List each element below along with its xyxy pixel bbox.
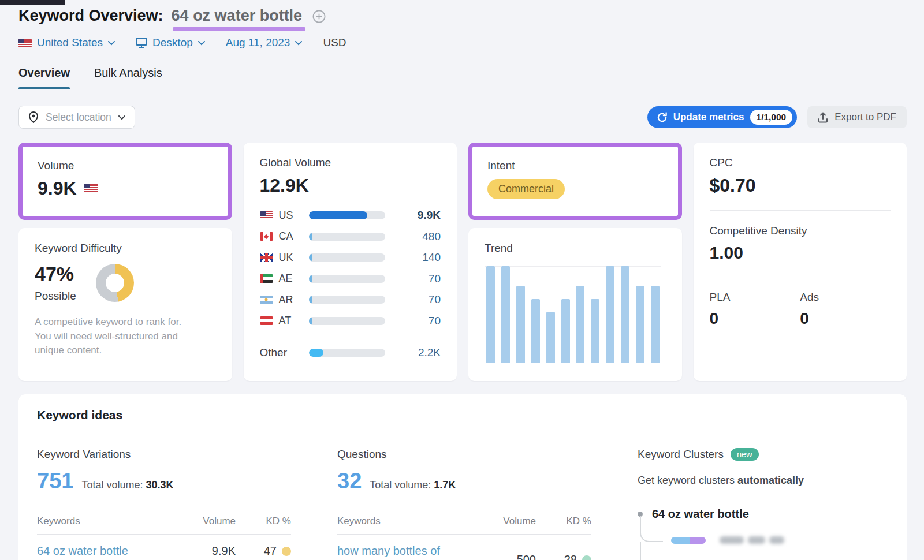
location-pin-icon	[28, 111, 39, 123]
plus-circle-icon	[312, 10, 326, 23]
export-pdf-label: Export to PDF	[834, 111, 896, 123]
us-flag-icon	[84, 184, 98, 193]
kd-green-dot	[582, 555, 591, 560]
ar-flag-icon	[260, 296, 273, 304]
volume-bar-fill	[309, 317, 312, 325]
date-label: Aug 11, 2023	[226, 36, 290, 49]
pla-value: 0	[710, 309, 800, 328]
column-keywords: Keywords	[37, 516, 184, 527]
add-keyword-button[interactable]	[312, 10, 326, 23]
trend-bar	[651, 286, 660, 363]
table-row: 64 oz water bottle 9.9K 47	[37, 544, 291, 558]
variations-label: Keyword Variations	[37, 448, 337, 461]
ae-flag-icon	[260, 274, 273, 283]
cluster-name[interactable]: 64 oz water bottle	[652, 507, 749, 521]
country-code: AR	[279, 294, 300, 306]
ca-flag-icon	[260, 232, 273, 241]
kd-value: 47%	[35, 263, 76, 285]
trend-bar	[546, 312, 555, 363]
trend-bar	[561, 299, 570, 363]
kd-description: A competitive keyword to rank for. You w…	[35, 315, 196, 358]
trend-card: Trend	[468, 228, 682, 381]
select-location-label: Select location	[46, 111, 111, 124]
keyword-variations-section: Keyword Variations 751 Total volume: 30.…	[37, 448, 337, 560]
column-kd: KD %	[236, 516, 291, 527]
chevron-down-icon	[118, 115, 125, 120]
cpc-card: CPC $0.70 Competitive Density 1.00 PLA 0…	[694, 143, 907, 381]
divider	[337, 534, 591, 535]
volume-value: 480	[422, 230, 441, 243]
global-volume-row: AR70	[260, 293, 441, 306]
update-counter-badge: 1/1,000	[750, 110, 793, 125]
tab-bulk-analysis[interactable]: Bulk Analysis	[94, 66, 162, 89]
kd-donut-chart	[96, 264, 134, 302]
country-code: AT	[279, 315, 300, 327]
select-location-button[interactable]: Select location	[18, 106, 135, 129]
volume-value: 2.2K	[418, 346, 441, 359]
update-metrics-label: Update metrics	[673, 111, 744, 123]
keyword-ideas-title: Keyword ideas	[37, 408, 122, 421]
keyword-title-wrap: 64 oz water bottle	[172, 7, 303, 25]
trend-bar	[636, 286, 644, 363]
toolbar-actions: Update metrics 1/1,000 Export to PDF	[647, 106, 907, 128]
country-code: CA	[279, 230, 300, 242]
country-code: US	[279, 210, 300, 222]
at-flag-icon	[260, 316, 273, 325]
volume-bar	[309, 253, 385, 262]
column-kd: KD %	[536, 516, 591, 527]
global-volume-row: UK140	[260, 251, 441, 264]
trend-bar-chart	[485, 266, 661, 363]
metrics-grid: Volume 9.9K Keyword Difficulty 47% Possi…	[18, 143, 907, 379]
divider	[37, 534, 291, 535]
device-selector[interactable]: Desktop	[136, 36, 205, 49]
purple-highlight-underline	[173, 27, 306, 31]
ads-value: 0	[800, 309, 891, 328]
volume-bar	[309, 275, 385, 283]
clusters-subtitle: Get keyword clusters automatically	[638, 475, 888, 487]
cpc-label: CPC	[710, 156, 891, 169]
global-volume-card: Global Volume 12.9K US9.9KCA480UK140AE70…	[244, 143, 457, 381]
kd-yellow-dot	[282, 547, 291, 556]
volume-bar-fill	[309, 233, 312, 241]
competitive-density-label: Competitive Density	[710, 225, 891, 237]
export-pdf-button[interactable]: Export to PDF	[807, 106, 907, 128]
device-label: Desktop	[152, 36, 193, 49]
date-selector[interactable]: Aug 11, 2023	[226, 36, 303, 49]
volume-card-highlighted: Volume 9.9K	[18, 143, 232, 220]
clusters-label: Keyword Clusters	[638, 448, 724, 461]
update-metrics-button[interactable]: Update metrics 1/1,000	[647, 106, 798, 128]
divider	[260, 337, 441, 337]
chevron-down-icon	[295, 41, 302, 46]
us-flag-icon	[18, 39, 32, 47]
volume-value: 9.9K	[418, 209, 441, 222]
redacted-cluster-label	[720, 536, 784, 544]
volume-bar	[309, 349, 385, 357]
country-selector[interactable]: United States	[18, 36, 115, 49]
tree-connector-elbow	[640, 516, 663, 542]
filter-bar: United States Desktop Aug 11, 2023 USD	[18, 36, 907, 49]
keyword-title: 64 oz water bottle	[172, 7, 303, 24]
monitor-icon	[136, 38, 147, 48]
volume-bar	[309, 233, 385, 241]
global-volume-row: US9.9K	[260, 209, 441, 222]
tab-bar: Overview Bulk Analysis	[0, 66, 924, 89]
tab-overview[interactable]: Overview	[18, 66, 70, 89]
volume-label: Volume	[38, 159, 213, 172]
questions-total: Total volume: 1.7K	[370, 479, 456, 491]
toolbar: Select location Update metrics 1/1,000 E…	[18, 106, 907, 129]
export-upload-icon	[818, 112, 828, 123]
volume-bar-fill	[309, 253, 312, 262]
keyword-link[interactable]: 64 oz water bottle	[37, 544, 184, 558]
volume-value: 70	[429, 272, 441, 285]
intent-card-highlighted: Intent Commercial	[468, 143, 682, 220]
kd-label: Keyword Difficulty	[35, 242, 216, 255]
questions-section: Questions 32 Total volume: 1.7K Keywords…	[337, 448, 638, 560]
country-code: AE	[279, 272, 300, 285]
questions-table: Keywords Volume KD % how many bottles of…	[337, 516, 591, 558]
keyword-link[interactable]: how many bottles of	[337, 544, 484, 558]
column-volume: Volume	[184, 516, 236, 527]
volume-value: 140	[422, 251, 441, 264]
keyword-difficulty-card: Keyword Difficulty 47% Possible A compet…	[18, 228, 232, 381]
pla-label: PLA	[710, 291, 800, 304]
trend-bar	[591, 299, 599, 363]
